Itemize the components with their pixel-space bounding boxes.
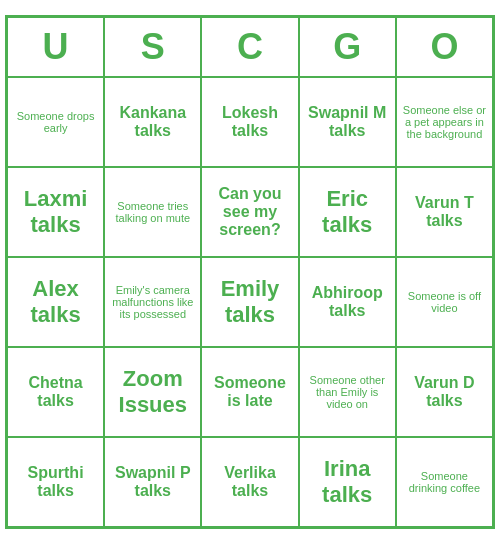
- bingo-cell-1[interactable]: Kankana talks: [104, 77, 201, 167]
- header-letter-s: S: [104, 17, 201, 77]
- bingo-cell-15[interactable]: Chetna talks: [7, 347, 104, 437]
- bingo-grid: Someone drops earlyKankana talksLokesh t…: [7, 77, 493, 527]
- bingo-cell-4[interactable]: Someone else or a pet appears in the bac…: [396, 77, 493, 167]
- bingo-cell-12[interactable]: Emily talks: [201, 257, 298, 347]
- bingo-cell-24[interactable]: Someone drinking coffee: [396, 437, 493, 527]
- bingo-header: USCGO: [7, 17, 493, 77]
- bingo-cell-11[interactable]: Emily's camera malfunctions like its pos…: [104, 257, 201, 347]
- bingo-cell-7[interactable]: Can you see my screen?: [201, 167, 298, 257]
- bingo-cell-5[interactable]: Laxmi talks: [7, 167, 104, 257]
- header-letter-g: G: [299, 17, 396, 77]
- bingo-cell-22[interactable]: Verlika talks: [201, 437, 298, 527]
- bingo-cell-3[interactable]: Swapnil M talks: [299, 77, 396, 167]
- bingo-card: USCGO Someone drops earlyKankana talksLo…: [5, 15, 495, 529]
- bingo-cell-14[interactable]: Someone is off video: [396, 257, 493, 347]
- bingo-cell-10[interactable]: Alex talks: [7, 257, 104, 347]
- bingo-cell-18[interactable]: Someone other than Emily is video on: [299, 347, 396, 437]
- header-letter-o: O: [396, 17, 493, 77]
- bingo-cell-13[interactable]: Abhiroop talks: [299, 257, 396, 347]
- header-letter-c: C: [201, 17, 298, 77]
- bingo-cell-9[interactable]: Varun T talks: [396, 167, 493, 257]
- bingo-cell-23[interactable]: Irina talks: [299, 437, 396, 527]
- bingo-cell-0[interactable]: Someone drops early: [7, 77, 104, 167]
- bingo-cell-21[interactable]: Swapnil P talks: [104, 437, 201, 527]
- bingo-cell-17[interactable]: Someone is late: [201, 347, 298, 437]
- bingo-cell-2[interactable]: Lokesh talks: [201, 77, 298, 167]
- bingo-cell-6[interactable]: Someone tries talking on mute: [104, 167, 201, 257]
- bingo-cell-16[interactable]: Zoom Issues: [104, 347, 201, 437]
- bingo-cell-19[interactable]: Varun D talks: [396, 347, 493, 437]
- bingo-cell-8[interactable]: Eric talks: [299, 167, 396, 257]
- bingo-cell-20[interactable]: Spurthi talks: [7, 437, 104, 527]
- header-letter-u: U: [7, 17, 104, 77]
